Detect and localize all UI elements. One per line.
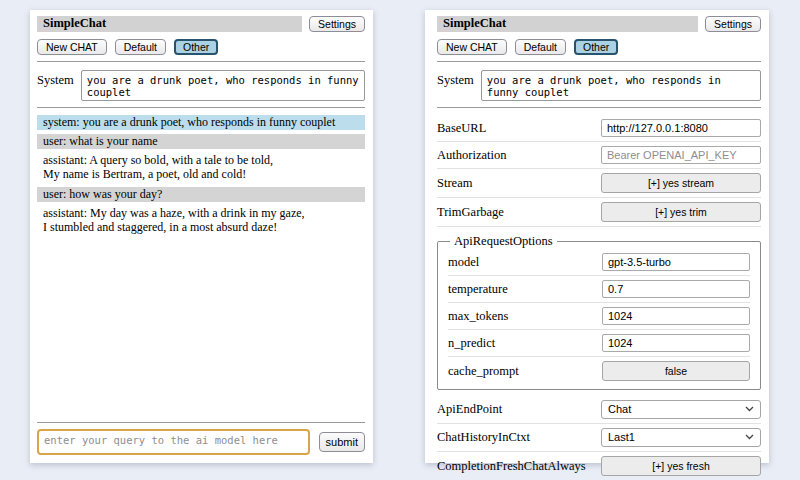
temperature-input[interactable] (602, 280, 750, 298)
chevron-down-icon (745, 434, 754, 440)
api-endpoint-select[interactable]: Chat (601, 400, 761, 419)
chat-message-system: system: you are a drunk poet, who respon… (37, 115, 365, 130)
baseurl-label: BaseURL (437, 121, 486, 136)
authorization-input[interactable] (601, 146, 761, 164)
system-prompt-row: System you are a drunk poet, who respond… (37, 70, 365, 101)
new-chat-button[interactable]: New CHAT (37, 39, 107, 55)
setting-row-temperature: temperature (448, 276, 750, 303)
setting-row-baseurl: BaseURL (437, 115, 761, 142)
app-title: SimpleChat (37, 16, 302, 32)
chat-message-user: user: what is your name (37, 134, 365, 149)
stream-toggle-button[interactable]: [+] yes stream (601, 173, 761, 193)
session-tab-other[interactable]: Other (574, 39, 618, 55)
title-bar: SimpleChat Settings (37, 16, 365, 32)
divider (437, 61, 761, 62)
fresh-chat-toggle-button[interactable]: [+] yes fresh (601, 456, 761, 476)
n-predict-input[interactable] (602, 334, 750, 352)
api-request-options-legend: ApiRequestOptions (450, 234, 557, 249)
session-toolbar: New CHAT Default Other (437, 39, 761, 55)
setting-row-fresh-chat: CompletionFreshChatAlways [+] yes fresh (437, 452, 761, 480)
baseurl-input[interactable] (601, 119, 761, 137)
settings-panel: SimpleChat Settings New CHAT Default Oth… (425, 10, 769, 463)
model-label: model (448, 255, 479, 270)
new-chat-button[interactable]: New CHAT (437, 39, 507, 55)
setting-row-chat-history: ChatHistoryInCtxt Last1 (437, 424, 761, 452)
query-row: submit (37, 429, 365, 455)
chat-message-user: user: how was your day? (37, 187, 365, 202)
divider (37, 61, 365, 62)
chat-message-assistant: assistant: A query so bold, with a tale … (37, 153, 365, 182)
settings-button[interactable]: Settings (309, 16, 365, 32)
system-prompt-row: System you are a drunk poet, who respond… (437, 70, 761, 101)
query-input[interactable] (37, 429, 310, 455)
system-prompt-input[interactable]: you are a drunk poet, who responds in fu… (81, 70, 365, 101)
api-endpoint-selected-value: Chat (608, 403, 631, 415)
setting-row-api-endpoint: ApiEndPoint Chat (437, 396, 761, 424)
chat-message-assistant: assistant: My day was a haze, with a dri… (37, 206, 365, 235)
setting-row-model: model (448, 249, 750, 276)
setting-row-authorization: Authorization (437, 142, 761, 169)
system-prompt-input[interactable]: you are a drunk poet, who responds in fu… (481, 70, 761, 101)
settings-button[interactable]: Settings (705, 16, 761, 32)
chat-history-select[interactable]: Last1 (601, 428, 761, 447)
setting-row-cache-prompt: cache_prompt false (448, 357, 750, 385)
n-predict-label: n_predict (448, 336, 495, 351)
query-section: submit (37, 416, 365, 455)
setting-row-n-predict: n_predict (448, 330, 750, 357)
session-tab-default[interactable]: Default (115, 39, 166, 55)
title-bar: SimpleChat Settings (437, 16, 761, 32)
submit-button[interactable]: submit (319, 432, 365, 452)
max-tokens-label: max_tokens (448, 309, 508, 324)
max-tokens-input[interactable] (602, 307, 750, 325)
app-title: SimpleChat (437, 16, 698, 32)
session-toolbar: New CHAT Default Other (37, 39, 365, 55)
session-tab-other[interactable]: Other (174, 39, 218, 55)
cache-prompt-label: cache_prompt (448, 364, 519, 379)
divider (37, 422, 365, 423)
fresh-chat-label: CompletionFreshChatAlways (437, 459, 586, 474)
chat-history-label: ChatHistoryInCtxt (437, 430, 530, 445)
settings-list: BaseURL Authorization Stream [+] yes str… (437, 115, 761, 480)
session-tab-default[interactable]: Default (515, 39, 566, 55)
chat-message-list: system: you are a drunk poet, who respon… (37, 115, 365, 239)
system-label: System (37, 70, 74, 88)
divider (37, 107, 365, 108)
temperature-label: temperature (448, 282, 508, 297)
authorization-label: Authorization (437, 148, 506, 163)
trimgarbage-label: TrimGarbage (437, 205, 504, 220)
system-label: System (437, 70, 474, 88)
cache-prompt-toggle-button[interactable]: false (602, 361, 750, 381)
setting-row-stream: Stream [+] yes stream (437, 169, 761, 198)
chevron-down-icon (745, 406, 754, 412)
api-request-options-fieldset: ApiRequestOptions model temperature max_… (437, 234, 761, 390)
chat-panel: SimpleChat Settings New CHAT Default Oth… (30, 10, 373, 463)
chat-history-selected-value: Last1 (608, 431, 635, 443)
trimgarbage-toggle-button[interactable]: [+] yes trim (601, 202, 761, 222)
setting-row-max-tokens: max_tokens (448, 303, 750, 330)
divider (437, 107, 761, 108)
stream-label: Stream (437, 176, 472, 191)
setting-row-trimgarbage: TrimGarbage [+] yes trim (437, 198, 761, 227)
model-input[interactable] (602, 253, 750, 271)
api-endpoint-label: ApiEndPoint (437, 402, 502, 417)
